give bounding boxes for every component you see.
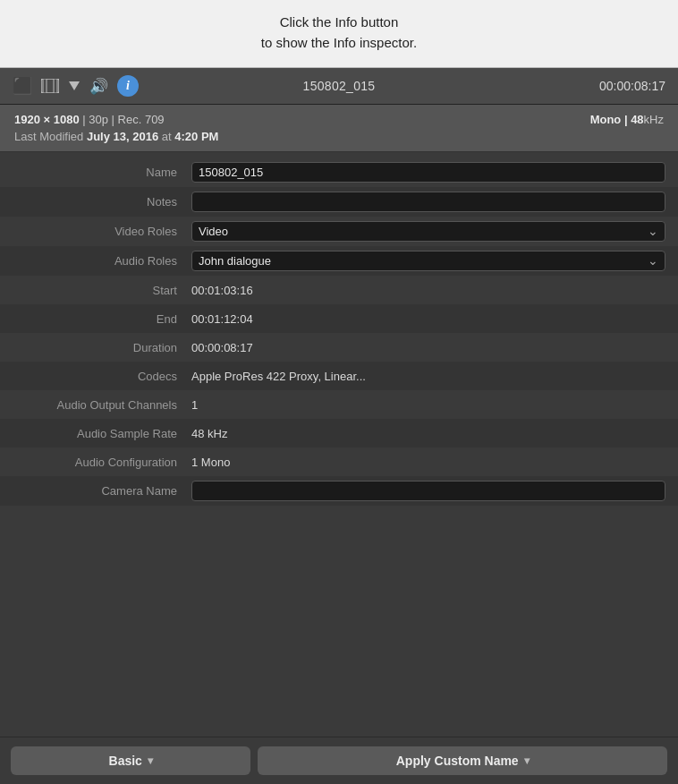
bottom-bar: Basic ▾ Apply Custom Name ▾ bbox=[0, 737, 678, 784]
video-roles-label: Video Roles bbox=[13, 225, 191, 238]
meta-bar: 1920 × 1080 | 30p | Rec. 709 Mono | 48kH… bbox=[0, 105, 678, 152]
notes-input[interactable] bbox=[191, 192, 665, 212]
audio-sample-row: Audio Sample Rate 48 kHz bbox=[0, 419, 678, 447]
audio-output-value: 1 bbox=[191, 398, 665, 412]
toolbar-title: 150802_015 bbox=[303, 79, 376, 93]
audio-config-label: Audio Configuration bbox=[13, 456, 191, 469]
info-button[interactable]: i bbox=[117, 75, 139, 97]
start-value: 00:01:03:16 bbox=[191, 284, 665, 297]
audio-roles-label: Audio Roles bbox=[13, 254, 191, 268]
audio-suffix: kHz bbox=[644, 113, 664, 126]
name-value-cell bbox=[191, 162, 665, 183]
basic-button[interactable]: Basic ▾ bbox=[11, 746, 250, 775]
camera-name-row: Camera Name bbox=[0, 476, 678, 506]
end-row: End 00:01:12:04 bbox=[0, 304, 678, 333]
start-row: Start 00:01:03:16 bbox=[0, 276, 678, 304]
end-label: End bbox=[13, 312, 191, 326]
codecs-value: Apple ProRes 422 Proxy, Linear... bbox=[191, 370, 665, 383]
video-roles-select-wrapper: Video bbox=[191, 221, 665, 242]
video-roles-row: Video Roles Video bbox=[0, 217, 678, 246]
audio-sample-value: 48 kHz bbox=[191, 427, 665, 440]
duration-value: 00:00:08:17 bbox=[191, 341, 665, 354]
apply-custom-name-button[interactable]: Apply Custom Name ▾ bbox=[258, 746, 667, 775]
resolution-info: 1920 × 1080 | 30p | Rec. 709 bbox=[14, 113, 165, 126]
svg-rect-1 bbox=[43, 79, 47, 93]
tooltip-area: Click the Info button to show the Info i… bbox=[0, 0, 678, 68]
camera-name-value-cell bbox=[191, 481, 665, 501]
name-input[interactable] bbox=[191, 162, 665, 183]
start-label: Start bbox=[13, 284, 191, 297]
svg-rect-2 bbox=[54, 79, 57, 93]
modified-date: July 13, 2016 bbox=[87, 130, 158, 143]
audio-output-label: Audio Output Channels bbox=[13, 398, 191, 412]
audio-info: Mono | 48kHz bbox=[590, 113, 664, 126]
name-row: Name bbox=[0, 158, 678, 187]
apply-chevron-icon: ▾ bbox=[524, 754, 530, 767]
audio-roles-select[interactable]: John dialogue bbox=[191, 251, 665, 271]
codecs-row: Codecs Apple ProRes 422 Proxy, Linear... bbox=[0, 362, 678, 390]
format-value: | 30p | Rec. 709 bbox=[82, 113, 164, 126]
duration-label: Duration bbox=[13, 341, 191, 354]
resolution-value: 1920 × 1080 bbox=[14, 113, 80, 126]
modified-label: Last Modified bbox=[14, 130, 83, 143]
audio-value: Mono | 48 bbox=[590, 113, 644, 126]
speaker-icon[interactable]: 🔊 bbox=[89, 77, 108, 96]
modified-at: at bbox=[162, 130, 172, 143]
notes-row: Notes bbox=[0, 187, 678, 217]
camera-name-input[interactable] bbox=[191, 481, 665, 501]
audio-roles-value-cell: John dialogue bbox=[191, 251, 665, 271]
codecs-label: Codecs bbox=[13, 370, 191, 383]
video-roles-value-cell: Video bbox=[191, 221, 665, 242]
meta-modified-row: Last Modified July 13, 2016 at 4:20 PM bbox=[14, 130, 664, 143]
toolbar-timecode: 00:00:08:17 bbox=[599, 79, 665, 93]
end-value: 00:01:12:04 bbox=[191, 312, 665, 326]
basic-label: Basic bbox=[109, 754, 142, 768]
audio-config-row: Audio Configuration 1 Mono bbox=[0, 447, 678, 476]
svg-marker-3 bbox=[69, 81, 80, 90]
basic-chevron-icon: ▾ bbox=[148, 754, 153, 767]
audio-sample-label: Audio Sample Rate bbox=[13, 427, 191, 440]
camera-name-label: Camera Name bbox=[13, 484, 191, 498]
audio-output-row: Audio Output Channels 1 bbox=[0, 390, 678, 419]
apply-label: Apply Custom Name bbox=[396, 754, 519, 768]
meta-resolution-row: 1920 × 1080 | 30p | Rec. 709 Mono | 48kH… bbox=[14, 113, 664, 126]
duration-row: Duration 00:00:08:17 bbox=[0, 333, 678, 362]
audio-roles-row: Audio Roles John dialogue bbox=[0, 246, 678, 276]
name-label: Name bbox=[13, 166, 191, 179]
notes-label: Notes bbox=[13, 195, 191, 209]
filter-icon[interactable] bbox=[68, 80, 81, 92]
notes-value-cell bbox=[191, 192, 665, 212]
tooltip-line1: Click the Info button bbox=[72, 13, 606, 33]
audio-roles-select-wrapper: John dialogue bbox=[191, 251, 665, 271]
info-table: Name Notes Video Roles Video Audio Roles bbox=[0, 152, 678, 511]
toolbar: ⬛ 🔊 i 150802_015 00:00:08:17 bbox=[0, 68, 678, 105]
film-icon-svg[interactable] bbox=[41, 79, 59, 93]
tooltip-line2: to show the Info inspector. bbox=[72, 33, 606, 54]
modified-time: 4:20 PM bbox=[174, 130, 218, 143]
video-roles-select[interactable]: Video bbox=[191, 221, 665, 242]
audio-config-value: 1 Mono bbox=[191, 456, 665, 469]
film-icon[interactable]: ⬛ bbox=[13, 76, 32, 96]
toolbar-icons: ⬛ 🔊 i bbox=[13, 75, 139, 97]
